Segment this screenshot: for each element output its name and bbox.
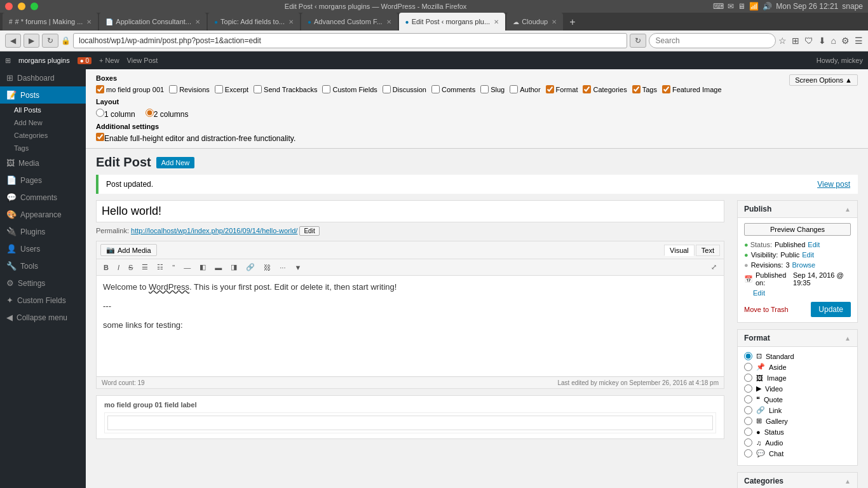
checkbox-custom-fields[interactable]: Custom Fields <box>322 85 377 93</box>
sidebar-item-settings[interactable]: ⚙ Settings <box>0 274 86 292</box>
ol-button[interactable]: ☷ <box>154 262 166 273</box>
url-input[interactable] <box>73 33 627 48</box>
sidebar-item-pages[interactable]: 📄 Pages <box>0 172 86 189</box>
sidebar-item-custom-fields[interactable]: ✦ Custom Fields <box>0 292 86 309</box>
format-metabox-header[interactable]: Format ▲ <box>738 330 857 347</box>
format-aside[interactable]: 📌 Aside <box>744 363 851 371</box>
settings-icon[interactable]: ⚙ <box>841 36 850 46</box>
search-input[interactable] <box>649 33 776 48</box>
unlink-button[interactable]: ⛓ <box>261 262 274 273</box>
blockquote-button[interactable]: " <box>169 262 178 273</box>
categories-metabox-header[interactable]: Categories ▲ <box>738 473 857 488</box>
update-button[interactable]: Update <box>811 302 851 317</box>
add-media-button[interactable]: 📷 Add Media <box>100 244 157 256</box>
revisions-browse-link[interactable]: Browse <box>792 261 816 269</box>
tab-close-edit[interactable]: ✕ <box>494 18 499 25</box>
checkbox-slug[interactable]: Slug <box>480 85 505 93</box>
toolbar-toggle-button[interactable]: ▼ <box>291 262 304 273</box>
ul-button[interactable]: ☰ <box>139 262 151 273</box>
align-center-button[interactable]: ▬ <box>212 262 225 273</box>
forward-button[interactable]: ▶ <box>24 34 39 48</box>
tab-acf[interactable]: ● Advanced Custom F... ✕ <box>301 13 398 30</box>
fullheight-checkbox[interactable]: Enable full-height editor and distractio… <box>96 134 295 143</box>
add-new-post-button[interactable]: Add New <box>156 157 195 168</box>
permalink-edit-button[interactable]: Edit <box>299 226 319 236</box>
permalink-url[interactable]: http://localhost/wp1/index.php/2016/09/1… <box>131 227 297 234</box>
sidebar-subitem-categories[interactable]: Categories <box>0 129 86 142</box>
align-left-button[interactable]: ◧ <box>196 262 209 273</box>
editor-content-area[interactable]: Welcome to WordPress. This is your first… <box>96 275 724 377</box>
fullscreen-button[interactable]: ⤢ <box>708 262 720 273</box>
custom-field-input[interactable] <box>107 416 713 430</box>
layout-1col[interactable]: 1 column <box>96 109 135 119</box>
format-gallery[interactable]: ⊞ Gallery <box>744 417 851 425</box>
sidebar-item-posts[interactable]: 📝 Posts <box>0 86 86 104</box>
layout-2col[interactable]: 2 columns <box>146 109 189 119</box>
star-icon[interactable]: ☆ <box>778 36 787 46</box>
checkbox-categories[interactable]: Categories <box>583 85 627 93</box>
status-edit-link[interactable]: Edit <box>808 241 820 248</box>
format-audio[interactable]: ♫ Audio <box>744 438 851 447</box>
view-post-link[interactable]: View Post <box>127 57 158 64</box>
tab-text[interactable]: Text <box>696 245 720 256</box>
tab-close-cloudup[interactable]: ✕ <box>552 18 557 25</box>
align-right-button[interactable]: ◨ <box>227 262 240 273</box>
reader-icon[interactable]: ⊞ <box>792 36 799 46</box>
back-button[interactable]: ◀ <box>5 34 21 48</box>
tab-visual[interactable]: Visual <box>664 245 695 256</box>
post-title-input[interactable] <box>96 200 724 222</box>
format-standard[interactable]: ⊡ Standard <box>744 352 851 360</box>
checkbox-author[interactable]: Author <box>510 85 540 93</box>
home-icon[interactable]: ⌂ <box>831 36 836 46</box>
refresh-button[interactable]: ↻ <box>42 34 58 48</box>
checkbox-revisions[interactable]: Revisions <box>169 85 210 93</box>
sidebar-item-tools[interactable]: 🔧 Tools <box>0 257 86 274</box>
screen-options-button[interactable]: Screen Options ▲ <box>789 74 858 86</box>
menu-icon[interactable]: ☰ <box>855 36 863 46</box>
tab-topic[interactable]: ● Topic: Add fields to... ✕ <box>208 13 300 30</box>
checkbox-featured-image[interactable]: Featured Image <box>662 85 722 93</box>
tab-forums[interactable]: # # * forums | Making ... ✕ <box>3 13 98 30</box>
checkbox-trackbacks[interactable]: Send Trackbacks <box>254 85 317 93</box>
checkbox-comments[interactable]: Comments <box>431 85 475 93</box>
published-edit-link[interactable]: Edit <box>753 289 765 297</box>
checkbox-tags[interactable]: Tags <box>632 85 657 93</box>
checkbox-discussion[interactable]: Discussion <box>383 85 426 93</box>
site-name[interactable]: morgans plugins <box>18 57 70 64</box>
sidebar-item-media[interactable]: 🖼 Media <box>0 154 86 172</box>
tab-close-acf[interactable]: ✕ <box>386 18 391 25</box>
new-tab-button[interactable]: + <box>564 14 580 30</box>
sidebar-subitem-tags[interactable]: Tags <box>0 142 86 154</box>
sidebar-item-users[interactable]: 👤 Users <box>0 240 86 257</box>
tab-close-forums[interactable]: ✕ <box>86 18 92 25</box>
insert-more-button[interactable]: ··· <box>276 262 288 273</box>
checkbox-format[interactable]: Format <box>546 85 578 93</box>
sidebar-subitem-all-posts[interactable]: All Posts <box>0 104 86 116</box>
format-status[interactable]: ● Status <box>744 428 851 436</box>
format-image[interactable]: 🖼 Image <box>744 374 851 382</box>
custom-field-row[interactable] <box>104 412 716 433</box>
sidebar-item-collapse[interactable]: ◀ Collapse menu <box>0 309 86 326</box>
strikethrough-button[interactable]: S <box>125 262 136 273</box>
sidebar-item-dashboard[interactable]: ⊞ Dashboard <box>0 69 86 86</box>
sidebar-subitem-add-new[interactable]: Add New <box>0 116 86 129</box>
preview-button[interactable]: Preview Changes <box>744 223 851 236</box>
format-quote[interactable]: ❝ Quote <box>744 395 851 403</box>
tab-close-topic[interactable]: ✕ <box>288 18 294 25</box>
checkbox-excerpt[interactable]: Excerpt <box>215 85 248 93</box>
tab-close-app[interactable]: ✕ <box>195 18 200 25</box>
new-content-link[interactable]: + New <box>99 57 119 64</box>
sidebar-item-plugins[interactable]: 🔌 Plugins <box>0 223 86 240</box>
view-post-link[interactable]: View post <box>817 180 850 189</box>
comments-count[interactable]: ● 0 <box>78 57 92 64</box>
publish-metabox-header[interactable]: Publish ▲ <box>738 201 857 218</box>
hr-button[interactable]: — <box>180 262 194 273</box>
download-icon[interactable]: ⬇ <box>818 36 826 46</box>
checkbox-mo-field[interactable]: mo field group 001 <box>96 85 164 93</box>
bold-button[interactable]: B <box>100 262 112 273</box>
italic-button[interactable]: I <box>114 262 123 273</box>
format-video[interactable]: ▶ Video <box>744 384 851 393</box>
format-chat[interactable]: 💬 Chat <box>744 449 851 458</box>
link-button[interactable]: 🔗 <box>243 262 258 273</box>
reload-button[interactable]: ↻ <box>630 34 646 48</box>
